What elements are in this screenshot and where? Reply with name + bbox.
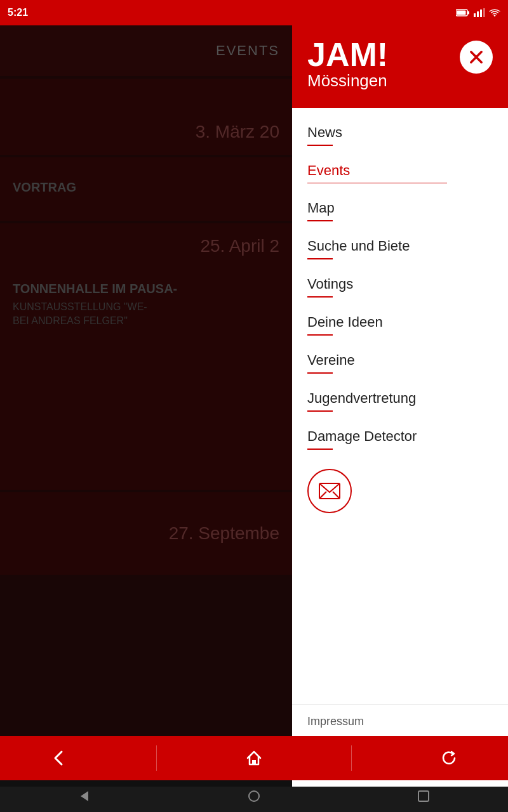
- svg-point-7: [494, 15, 496, 16]
- signal-icon: [474, 8, 485, 17]
- footer-impressum[interactable]: Impressum: [307, 711, 493, 732]
- back-icon: [50, 749, 68, 767]
- android-recents-button[interactable]: [412, 785, 435, 808]
- home-button[interactable]: [232, 743, 276, 773]
- menu-item-suche-und-biete[interactable]: Suche und Biete: [292, 228, 508, 266]
- svg-rect-3: [474, 13, 476, 17]
- drawer-header: JAM! Mössingen: [292, 25, 508, 108]
- menu-item-map[interactable]: Map: [292, 190, 508, 228]
- svg-point-15: [249, 791, 259, 801]
- email-button[interactable]: [307, 469, 352, 513]
- svg-line-11: [319, 492, 326, 499]
- menu-item-deine-ideen[interactable]: Deine Ideen: [292, 304, 508, 342]
- svg-rect-4: [477, 11, 479, 17]
- app-name: JAM!: [307, 38, 388, 71]
- drawer-menu: News Events Map Suche und Biete Votings …: [292, 108, 508, 704]
- android-back-icon: [77, 789, 92, 804]
- status-time: 5:21: [8, 7, 28, 18]
- battery-icon: [456, 8, 470, 17]
- close-button[interactable]: [460, 41, 493, 74]
- email-icon: [318, 480, 341, 502]
- svg-line-12: [333, 492, 340, 499]
- status-bar: 5:21: [0, 0, 508, 25]
- svg-marker-14: [81, 791, 88, 801]
- svg-rect-6: [483, 8, 485, 17]
- home-icon: [245, 749, 263, 767]
- menu-item-events[interactable]: Events: [292, 152, 508, 190]
- email-section: [292, 456, 508, 526]
- nav-divider-1: [156, 745, 157, 771]
- menu-item-jugendvertretung[interactable]: Jugendvertretung: [292, 380, 508, 418]
- svg-rect-16: [418, 791, 429, 801]
- menu-item-news[interactable]: News: [292, 114, 508, 152]
- bottom-nav: [0, 736, 508, 780]
- svg-rect-5: [480, 10, 482, 17]
- svg-rect-1: [467, 11, 469, 15]
- menu-item-votings[interactable]: Votings: [292, 266, 508, 304]
- nav-divider-2: [351, 745, 352, 771]
- android-home-icon: [246, 789, 262, 804]
- drawer-title: JAM! Mössingen: [307, 38, 388, 91]
- menu-item-vereine[interactable]: Vereine: [292, 342, 508, 380]
- status-icons: [456, 8, 500, 17]
- app-subtitle: Mössingen: [307, 71, 388, 91]
- refresh-button[interactable]: [427, 743, 471, 773]
- svg-rect-13: [252, 760, 256, 764]
- wifi-icon: [489, 8, 500, 17]
- drawer: JAM! Mössingen News Events Map Suche und…: [292, 25, 508, 787]
- menu-item-damage-detector[interactable]: Damage Detector: [292, 418, 508, 456]
- refresh-icon: [440, 749, 458, 767]
- overlay-dim: [0, 25, 292, 787]
- android-back-button[interactable]: [73, 785, 96, 808]
- back-button[interactable]: [37, 743, 81, 773]
- android-recents-icon: [416, 789, 431, 804]
- svg-rect-2: [457, 11, 466, 15]
- android-home-button[interactable]: [243, 785, 265, 808]
